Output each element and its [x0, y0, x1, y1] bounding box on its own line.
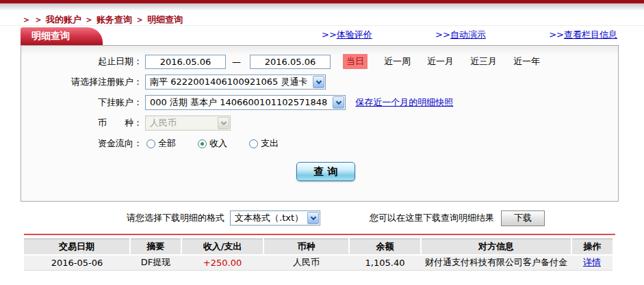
date-range-label: 起止日期：	[21, 55, 142, 68]
download-format-label: 请您选择下载明细的格式	[127, 212, 224, 224]
save-snapshot-link[interactable]: 保存近一个月的明细快照	[355, 96, 453, 109]
breadcrumb[interactable]: ＞ ＞ 我的账户 ＞ 账务查询 ＞ 明细查询	[0, 11, 644, 26]
sub-account-row: 下挂账户： 000 活期 基本户 1406600101102571848 保存近…	[21, 95, 618, 110]
register-account-select[interactable]: 南平 6222001406100921065 灵通卡	[145, 74, 326, 90]
date-separator: —	[232, 57, 241, 67]
sub-account-value: 000 活期 基本户 1406600101102571848	[150, 96, 327, 109]
download-button[interactable]: 下载	[501, 211, 545, 226]
cell-date: 2016-05-06	[24, 255, 130, 271]
chevron-down-icon[interactable]	[313, 76, 324, 88]
sub-account-select[interactable]: 000 活期 基本户 1406600101102571848	[145, 95, 346, 110]
chevron-down-icon[interactable]	[307, 212, 319, 224]
table-header-row: 交易日期 摘要 收入/支出 币种 余额 对方信息 操作	[24, 239, 613, 255]
top-links: >>体验评价 >>自动演示 >>查看栏目信息	[103, 29, 619, 45]
col-header-summary: 摘要	[130, 239, 181, 255]
top-gradient	[0, 3, 644, 11]
register-account-value: 南平 6222001406100921065 灵通卡	[150, 76, 307, 88]
tab-row: 明细查询 >>体验评价 >>自动演示 >>查看栏目信息	[21, 27, 619, 45]
link-prefix: >>	[322, 29, 337, 40]
query-form-panel: 起止日期： — 当日 近一周 近一月 近三月 近一年 请选择注册账户： 南平 6…	[21, 45, 619, 202]
cell-balance: 1,105.40	[349, 255, 421, 271]
quick-range-week[interactable]: 近一周	[384, 55, 411, 68]
link-label: 体验评价	[337, 29, 372, 40]
link-experience-review[interactable]: >>体验评价	[322, 29, 372, 41]
transactions-table: 交易日期 摘要 收入/支出 币种 余额 对方信息 操作 2016-05-06 D…	[24, 239, 613, 271]
start-date-input[interactable]	[145, 55, 226, 69]
radio-label: 收入	[209, 137, 227, 150]
cell-counterparty: 财付通支付科技有限公司客户备付金	[421, 255, 571, 271]
quick-range-month[interactable]: 近一月	[427, 55, 454, 68]
link-view-column-info[interactable]: >>查看栏目信息	[549, 29, 617, 41]
link-label: 自动演示	[450, 29, 486, 40]
col-header-currency: 币种	[263, 239, 349, 255]
link-prefix: >>	[435, 29, 450, 40]
register-account-row: 请选择注册账户： 南平 6222001406100921065 灵通卡	[21, 74, 618, 90]
fund-flow-row: 资金流向： 全部 收入 支出	[21, 136, 618, 151]
link-label: 查看栏目信息	[564, 29, 617, 40]
radio-option-expense[interactable]: 支出	[249, 137, 279, 150]
col-header-counterparty: 对方信息	[421, 239, 571, 255]
col-header-date: 交易日期	[24, 239, 130, 255]
currency-value: 人民币	[150, 117, 177, 129]
download-format-value: 文本格式（.txt）	[235, 212, 303, 224]
query-button[interactable]: 查 询	[296, 162, 355, 181]
register-account-label: 请选择注册账户：	[21, 76, 142, 88]
cell-amount: +250.00	[181, 255, 263, 271]
radio-label: 全部	[158, 137, 176, 150]
quick-range-year[interactable]: 近一年	[513, 55, 540, 68]
fund-flow-label: 资金流向：	[21, 137, 142, 150]
radio-label: 支出	[261, 137, 279, 150]
tab-detail-query[interactable]: 明细查询	[21, 27, 103, 45]
cell-action: 详情	[571, 255, 613, 271]
radio-icon[interactable]	[146, 139, 155, 148]
quick-range-today[interactable]: 当日	[343, 54, 368, 69]
chevron-down-icon	[218, 117, 229, 129]
link-auto-demo[interactable]: >>自动演示	[435, 29, 486, 41]
red-divider	[24, 234, 615, 235]
radio-icon[interactable]	[249, 139, 258, 148]
cell-summary: DF提现	[130, 255, 181, 271]
table-row: 2016-05-06 DF提现 +250.00 人民币 1,105.40 财付通…	[24, 255, 613, 271]
detail-link[interactable]: 详情	[583, 257, 601, 267]
radio-icon[interactable]	[198, 139, 207, 148]
currency-label: 币 种：	[21, 117, 142, 129]
currency-select: 人民币	[145, 116, 231, 131]
end-date-input[interactable]	[250, 55, 331, 69]
sub-account-label: 下挂账户：	[21, 96, 142, 109]
col-header-balance: 余额	[349, 239, 421, 255]
download-hint: 您可以在这里下载查询明细结果	[370, 212, 494, 224]
currency-row: 币 种： 人民币	[21, 116, 618, 131]
chevron-down-icon[interactable]	[333, 96, 344, 109]
download-format-select[interactable]: 文本格式（.txt）	[230, 211, 320, 226]
download-row: 请您选择下载明细的格式 文本格式（.txt） 您可以在这里下载查询明细结果 下载	[127, 210, 644, 226]
quick-range-quarter[interactable]: 近三月	[470, 55, 497, 68]
radio-option-all[interactable]: 全部	[146, 137, 176, 150]
main-content: 明细查询 >>体验评价 >>自动演示 >>查看栏目信息 起止日期： — 当日 近…	[0, 27, 644, 271]
link-prefix: >>	[549, 29, 564, 40]
date-range-row: 起止日期： — 当日 近一周 近一月 近三月 近一年	[21, 54, 618, 69]
radio-option-income[interactable]: 收入	[198, 137, 227, 150]
col-header-action: 操作	[571, 239, 613, 255]
cell-currency: 人民币	[263, 255, 349, 271]
col-header-amount: 收入/支出	[181, 239, 263, 255]
